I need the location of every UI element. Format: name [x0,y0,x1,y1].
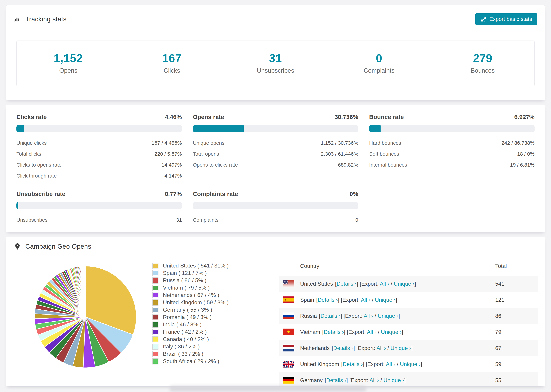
rate-head-bounce-rate: Bounce rate6.927% [369,113,535,120]
legend-swatch [152,292,158,298]
export-unique-link-united-kingdom[interactable]: Unique › [400,361,421,367]
legend-item-germany: Germany ( 55 / 3% ) [152,306,229,314]
details-link-united-kingdom[interactable]: Details › [343,361,363,367]
details-link-united-states[interactable]: Details › [337,281,357,287]
country-links: [Details ›] [Export: All › / Unique ›] [332,345,413,351]
stat-value: 242 / 86.738% [502,140,535,146]
bar-chart-icon [14,15,21,23]
legend-swatch [152,300,158,306]
stat-row-internal-bounces: Internal bounces19 / 6.81% [369,159,535,170]
export-unique-link-spain[interactable]: Unique › [375,297,396,303]
summary-label-opens: Opens [17,67,120,74]
dotted-leader [222,221,352,221]
export-all-link-russia[interactable]: All › [364,313,373,319]
legend-swatch [152,307,158,313]
summary-value-complaints: 0 [327,52,431,65]
export-unique-link-russia[interactable]: Unique › [378,313,398,319]
stat-row-unique-opens: Unique opens1,152 / 30.736% [193,138,358,148]
geo-row-country-cell: Germany[Details ›] [Export: All › / Uniq… [279,377,482,384]
header-divider [6,33,545,33]
stat-label: Internal bounces [369,162,407,168]
country-name: Netherlands [300,345,330,351]
legend-label: Vietnam ( 79 / 5% ) [163,285,210,291]
summary-label-clicks: Clicks [120,67,224,74]
tracking-stats-card: Tracking stats Export basic stats 1,152O… [6,5,545,100]
rate-title: Opens rate [193,113,224,120]
legend-item-france: France ( 42 / 2% ) [152,328,229,336]
stat-value: 31 [176,217,182,223]
rate-progressbar-fill [16,202,18,209]
country-name: United Kingdom [300,361,339,367]
rate-rows: Unsubscribes31 [16,215,182,225]
country-name: Russia [300,313,317,319]
legend-label: Canada ( 40 / 2% ) [163,336,209,343]
details-link-netherlands[interactable]: Details › [333,345,353,351]
geo-row-total: 121 [482,297,538,303]
export-unique-link-germany[interactable]: Unique › [383,377,404,383]
stat-row-clicks-to-opens-rate: Clicks to opens rate14.497% [16,159,182,170]
rate-block-opens-rate: Opens rate30.736%Unique opens1,152 / 30.… [193,113,358,181]
stat-label: Opens to clicks rate [193,162,238,168]
legend-item-italy: Italy ( 36 / 2% ) [152,343,229,350]
summary-clicks: 167Clicks [120,41,224,86]
legend-label: Italy ( 36 / 2% ) [163,343,200,350]
stat-label: Soft bounces [369,151,399,157]
location-pin-icon [14,243,21,250]
details-link-spain[interactable]: Details › [318,297,338,303]
stat-row-opens-to-clicks-rate: Opens to clicks rate689.82% [193,159,358,170]
rate-block-complaints-rate: Complaints rate0%Complaints0 [193,190,358,225]
dotted-leader [51,221,173,221]
export-unique-link-netherlands[interactable]: Unique › [390,345,411,351]
legend-label: Russia ( 86 / 5% ) [163,277,206,284]
export-all-link-netherlands[interactable]: All › [376,345,386,351]
geo-row-united-states: United States[Details ›] [Export: All › … [279,276,538,292]
stat-value: 14.497% [162,162,182,168]
details-link-russia[interactable]: Details › [320,313,340,319]
geo-header: Campaign Geo Opens [6,237,545,256]
legend-swatch [152,343,158,350]
rate-progressbar-opens-rate [193,125,358,132]
export-all-link-germany[interactable]: All › [369,377,379,383]
country-links: [Details ›] [Export: All › / Unique ›] [316,297,397,303]
summary-value-bounces: 279 [431,52,534,65]
rate-progressbar-complaints-rate [193,202,358,209]
export-all-link-vietnam[interactable]: All › [367,329,376,335]
geo-row-country-cell: Vietnam[Details ›] [Export: All › / Uniq… [279,329,482,335]
page-title: Tracking stats [25,15,67,23]
legend-item-united-kingdom: United Kingdom ( 59 / 3% ) [152,299,229,306]
export-all-link-united-kingdom[interactable]: All › [386,361,395,367]
column-header-total: Total [482,263,538,269]
geo-row-spain: Spain[Details ›] [Export: All › / Unique… [279,292,538,308]
legend-swatch [152,336,158,343]
details-link-vietnam[interactable]: Details › [324,329,344,335]
summary-complaints: 0Complaints [327,41,431,86]
legend-label: Brazil ( 33 / 2% ) [163,351,204,357]
details-link-germany[interactable]: Details › [326,377,346,383]
country-name: Vietnam [300,329,320,335]
export-all-link-spain[interactable]: All › [361,297,370,303]
rate-head-opens-rate: Opens rate30.736% [193,113,358,120]
rate-title: Complaints rate [193,190,238,197]
rate-rows: Complaints0 [193,215,358,225]
export-unique-link-united-states[interactable]: Unique › [394,281,414,287]
rate-title: Bounce rate [369,113,404,120]
legend-swatch [152,285,158,291]
dotted-leader [44,155,151,155]
rate-head-clicks-rate: Clicks rate4.46% [16,113,182,120]
stat-row-total-clicks: Total clicks220 / 5.87% [16,148,182,159]
legend-swatch [152,277,158,284]
export-unique-link-vietnam[interactable]: Unique › [381,329,402,335]
legend-label: South Africa ( 29 / 2% ) [163,358,219,364]
dotted-leader [402,155,514,155]
rate-value: 6.927% [514,113,535,120]
stat-row-click-through-rate: Click through rate4.147% [16,170,182,181]
legend-label: Germany ( 55 / 3% ) [163,307,212,313]
rate-progressbar-bounce-rate [369,125,535,132]
dotted-leader [404,144,498,144]
legend-item-vietnam: Vietnam ( 79 / 5% ) [152,284,229,291]
geo-row-total: 541 [482,281,538,287]
export-all-link-united-states[interactable]: All › [380,281,389,287]
legend-swatch [152,329,158,335]
geo-row-total: 86 [482,313,538,319]
export-basic-stats-button[interactable]: Export basic stats [475,13,537,25]
